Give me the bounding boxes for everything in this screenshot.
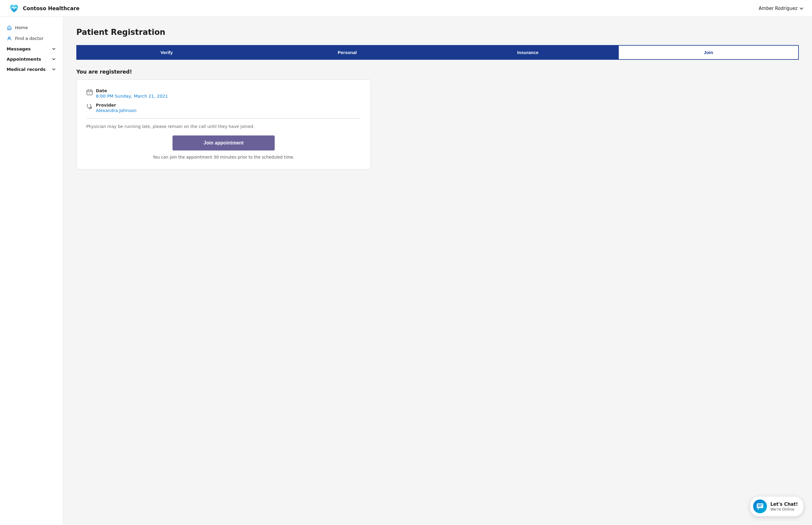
stethoscope-icon xyxy=(86,103,93,110)
chat-status: We're Online xyxy=(770,507,798,511)
join-subtext: You can join the appointment 30 minutes … xyxy=(86,155,361,160)
registration-steps: Verify Personal Insurance Join xyxy=(76,45,799,60)
chat-text: Let's Chat! We're Online xyxy=(770,501,798,511)
provider-value: Alexandra Johnson xyxy=(96,108,136,113)
registration-card: Date 8:00 PM Sunday, March 21, 2021 Prov… xyxy=(76,79,371,169)
date-value: 8:00 PM Sunday, March 21, 2021 xyxy=(96,94,168,99)
step-join[interactable]: Join xyxy=(618,45,799,60)
step-insurance[interactable]: Insurance xyxy=(438,45,618,60)
sidebar-messages-label: Messages xyxy=(6,47,31,51)
page-title: Patient Registration xyxy=(76,28,799,36)
chat-widget[interactable]: Let's Chat! We're Online xyxy=(750,496,803,516)
sidebar-item-appointments[interactable]: Appointments xyxy=(0,54,63,64)
sidebar-item-messages[interactable]: Messages xyxy=(0,44,63,54)
provider-block: Provider Alexandra Johnson xyxy=(96,103,136,113)
chevron-down-icon xyxy=(51,67,56,72)
provider-label: Provider xyxy=(96,103,136,107)
chat-title: Let's Chat! xyxy=(770,501,798,507)
calendar-icon xyxy=(86,89,93,95)
sidebar-item-home[interactable]: Home xyxy=(0,22,63,33)
step-verify[interactable]: Verify xyxy=(76,45,257,60)
user-menu[interactable]: Amber Rodriguez xyxy=(759,6,803,11)
date-label: Date xyxy=(96,88,168,93)
svg-rect-0 xyxy=(9,28,10,30)
sidebar-item-medical-records[interactable]: Medical records xyxy=(0,64,63,74)
sidebar-find-doctor-label: Find a doctor xyxy=(15,36,56,41)
sidebar-medical-records-label: Medical records xyxy=(6,67,46,72)
svg-point-4 xyxy=(91,107,92,108)
sidebar-item-find-doctor[interactable]: Find a doctor xyxy=(0,33,63,44)
svg-rect-2 xyxy=(87,90,92,95)
registered-heading: You are registered! xyxy=(76,69,799,75)
brand: Contoso Healthcare xyxy=(9,3,80,14)
home-icon xyxy=(6,25,12,30)
step-personal[interactable]: Personal xyxy=(257,45,438,60)
chat-icon xyxy=(756,502,764,510)
date-block: Date 8:00 PM Sunday, March 21, 2021 xyxy=(96,88,168,99)
user-name: Amber Rodriguez xyxy=(759,6,798,11)
divider xyxy=(86,118,361,119)
date-row: Date 8:00 PM Sunday, March 21, 2021 xyxy=(86,88,361,99)
provider-row: Provider Alexandra Johnson xyxy=(86,103,361,113)
sidebar-appointments-label: Appointments xyxy=(6,57,41,62)
chevron-down-icon xyxy=(51,57,56,62)
brand-logo xyxy=(9,3,20,14)
chat-icon-circle xyxy=(753,499,767,513)
brand-name: Contoso Healthcare xyxy=(23,5,80,11)
sidebar: Home Find a doctor Messages Appointments… xyxy=(0,17,63,525)
find-doctor-icon xyxy=(6,36,12,41)
svg-point-3 xyxy=(89,93,90,94)
main-content: Patient Registration Verify Personal Ins… xyxy=(63,17,812,525)
chevron-down-icon xyxy=(799,6,803,11)
top-navigation: Contoso Healthcare Amber Rodriguez xyxy=(0,0,812,17)
chevron-down-icon xyxy=(51,47,56,51)
join-appointment-button[interactable]: Join appointment xyxy=(173,135,275,150)
notice-text: Physician may be running late, please re… xyxy=(86,124,361,129)
sidebar-home-label: Home xyxy=(15,25,56,30)
